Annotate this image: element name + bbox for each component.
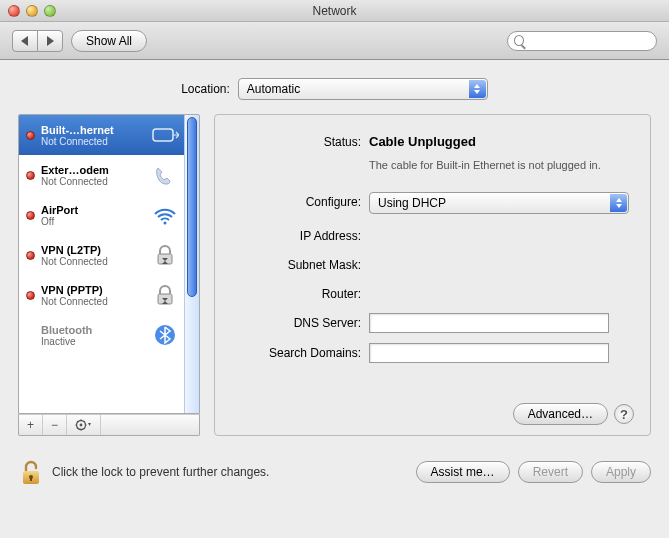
service-item-modem[interactable]: Exter…odem Not Connected [19, 155, 199, 195]
advanced-button[interactable]: Advanced… [513, 403, 608, 425]
status-dot [26, 291, 35, 300]
lock-text: Click the lock to prevent further change… [52, 465, 408, 479]
service-item-vpn-pptp[interactable]: VPN (PPTP) Not Connected [19, 275, 199, 315]
router-label: Router: [231, 284, 369, 304]
status-dot [26, 251, 35, 260]
svg-line-12 [83, 428, 84, 429]
subnet-mask-label: Subnet Mask: [231, 255, 369, 275]
svg-line-14 [77, 428, 78, 429]
svg-point-1 [164, 222, 167, 225]
select-arrows-icon [610, 194, 627, 212]
scrollbar[interactable] [184, 115, 199, 413]
service-name: Exter…odem [41, 164, 145, 176]
triangle-right-icon [45, 36, 55, 46]
sidebar: Built-…hernet Not Connected Exter…odem N… [18, 114, 200, 436]
triangle-left-icon [20, 36, 30, 46]
svg-line-13 [83, 421, 84, 422]
service-status: Not Connected [41, 256, 145, 267]
gear-icon [75, 419, 93, 431]
location-label: Location: [181, 82, 230, 96]
nav-segment [12, 30, 63, 52]
svg-rect-17 [30, 477, 32, 481]
configure-select[interactable]: Using DHCP [369, 192, 629, 214]
service-status: Not Connected [41, 176, 145, 187]
status-label: Status: [231, 132, 369, 152]
service-item-airport[interactable]: AirPort Off [19, 195, 199, 235]
status-value: Cable Unplugged [369, 132, 634, 152]
service-status: Not Connected [41, 296, 145, 307]
ip-address-label: IP Address: [231, 226, 369, 246]
configure-value: Using DHCP [378, 193, 446, 213]
help-button[interactable]: ? [614, 404, 634, 424]
forward-button[interactable] [37, 30, 63, 52]
assist-me-button[interactable]: Assist me… [416, 461, 510, 483]
svg-rect-0 [153, 129, 173, 141]
status-description: The cable for Built-in Ethernet is not p… [369, 158, 634, 172]
search-field[interactable] [507, 31, 657, 51]
show-all-button[interactable]: Show All [71, 30, 147, 52]
padlock-icon [151, 243, 179, 267]
back-button[interactable] [12, 30, 38, 52]
search-input[interactable] [528, 35, 650, 47]
status-dot [26, 131, 35, 140]
search-icon [514, 35, 524, 46]
service-list[interactable]: Built-…hernet Not Connected Exter…odem N… [18, 114, 200, 414]
sidebar-footer: + − [18, 414, 200, 436]
remove-service-button[interactable]: − [43, 415, 67, 435]
window-footer: Click the lock to prevent further change… [0, 448, 669, 486]
service-status: Not Connected [41, 136, 145, 147]
padlock-icon [151, 283, 179, 307]
svg-point-6 [79, 424, 82, 427]
service-name: AirPort [41, 204, 145, 216]
location-row: Location: Automatic [0, 60, 669, 114]
service-action-button[interactable] [67, 415, 101, 435]
service-name: Bluetooth [41, 324, 145, 336]
search-domains-label: Search Domains: [231, 343, 369, 363]
search-domains-input[interactable] [369, 343, 609, 363]
service-status: Inactive [41, 336, 145, 347]
dns-server-input[interactable] [369, 313, 609, 333]
dns-server-label: DNS Server: [231, 313, 369, 333]
location-select[interactable]: Automatic [238, 78, 488, 100]
location-value: Automatic [247, 82, 300, 96]
service-name: VPN (PPTP) [41, 284, 145, 296]
apply-button[interactable]: Apply [591, 461, 651, 483]
service-name: VPN (L2TP) [41, 244, 145, 256]
ethernet-icon [151, 123, 179, 147]
select-arrows-icon [469, 80, 486, 98]
revert-button[interactable]: Revert [518, 461, 583, 483]
title-bar: Network [0, 0, 669, 22]
lock-icon[interactable] [18, 458, 44, 486]
service-status: Off [41, 216, 145, 227]
configure-label: Configure: [231, 192, 369, 212]
scrollbar-thumb[interactable] [187, 117, 197, 297]
status-dot [26, 211, 35, 220]
toolbar: Show All [0, 22, 669, 60]
wifi-icon [151, 203, 179, 227]
service-item-vpn-l2tp[interactable]: VPN (L2TP) Not Connected [19, 235, 199, 275]
window-title: Network [0, 4, 669, 18]
status-dot [26, 171, 35, 180]
bluetooth-icon [151, 323, 179, 347]
details-panel: Status: Cable Unplugged The cable for Bu… [214, 114, 651, 436]
add-service-button[interactable]: + [19, 415, 43, 435]
phone-icon [151, 163, 179, 187]
service-name: Built-…hernet [41, 124, 145, 136]
service-item-bluetooth[interactable]: Bluetooth Inactive [19, 315, 199, 355]
svg-line-11 [77, 421, 78, 422]
service-item-ethernet[interactable]: Built-…hernet Not Connected [19, 115, 199, 155]
